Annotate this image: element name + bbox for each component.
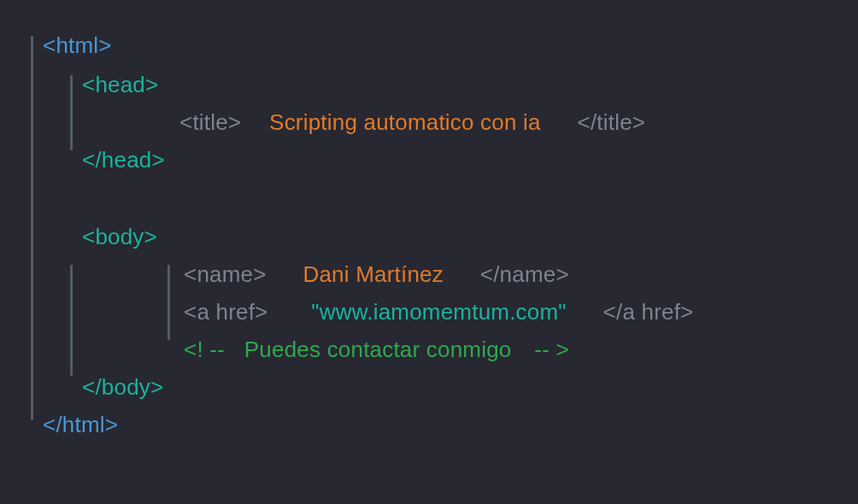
tag-head-open: <head> (82, 72, 158, 97)
tag-html-close: </html> (43, 412, 118, 437)
tag-title-open: <title> (179, 109, 241, 135)
code-line: <! -- Puedes contactar conmigo -- > (184, 337, 569, 363)
code-line: </body> (82, 374, 163, 401)
comment-text: Puedes contactar conmigo (244, 337, 512, 362)
tag-html-open: <html> (43, 32, 112, 58)
code-line: </head> (82, 147, 165, 173)
code-line: <title> Scripting automatico con ia </ti… (179, 109, 645, 136)
code-line: <head> (82, 72, 158, 98)
code-line: <name> Dani Martínez </name> (184, 261, 569, 288)
tag-name-open: <name> (184, 261, 267, 287)
tag-body-close: </body> (82, 374, 163, 400)
code-line: <body> (82, 224, 157, 250)
title-text: Scripting automatico con ia (269, 109, 541, 135)
tag-a-close: </a href> (603, 299, 694, 325)
comment-close: -- > (534, 337, 569, 362)
tag-body-open: <body> (82, 224, 157, 249)
comment-open: <! -- (184, 337, 225, 362)
href-text: "www.iamomemtum.com" (311, 299, 566, 325)
code-line: <html> (43, 32, 112, 59)
indent-guide (31, 36, 33, 420)
tag-name-close: </name> (480, 261, 569, 287)
code-line: <a href> "www.iamomemtum.com" </a href> (184, 299, 694, 325)
indent-guide (70, 75, 73, 150)
tag-title-close: </title> (578, 109, 646, 135)
indent-guide (167, 265, 170, 340)
code-line: </html> (43, 412, 118, 438)
indent-guide (70, 265, 73, 376)
name-text: Dani Martínez (303, 261, 443, 287)
tag-a-open: <a href> (184, 299, 267, 325)
tag-head-close: </head> (82, 147, 165, 173)
code-canvas: <html> <head> <title> Scripting automati… (0, 0, 858, 504)
